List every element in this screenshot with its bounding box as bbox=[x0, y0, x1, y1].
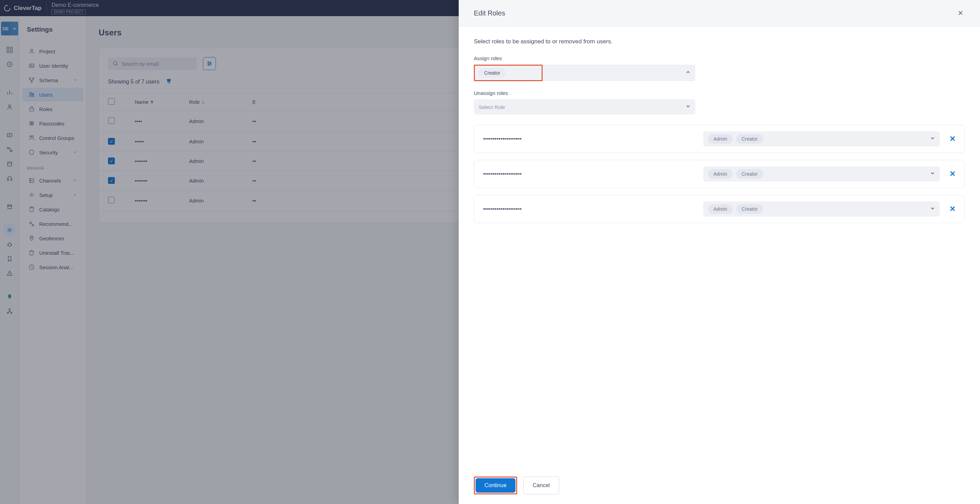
user-roles-select[interactable]: AdminCreator bbox=[703, 202, 940, 216]
unassign-roles-field[interactable]: Select Role bbox=[474, 99, 965, 114]
role-pill: Admin bbox=[708, 134, 733, 144]
role-pill: Creator bbox=[736, 169, 764, 179]
user-email: •••••••••••••••••••• bbox=[483, 136, 703, 142]
chevron-down-icon bbox=[930, 206, 935, 212]
user-email: •••••••••••••••••••• bbox=[483, 171, 703, 177]
chevron-down-icon bbox=[930, 171, 935, 177]
close-icon[interactable]: ✕ bbox=[956, 8, 965, 19]
drawer-lead: Select roles to be assigned to or remove… bbox=[474, 38, 965, 45]
cancel-button[interactable]: Cancel bbox=[523, 477, 559, 494]
role-pill: Creator bbox=[736, 134, 764, 144]
assign-pill: Creator bbox=[479, 68, 506, 78]
remove-user-icon[interactable]: ✕ bbox=[950, 205, 956, 213]
assign-label: Assign roles bbox=[474, 56, 965, 61]
edit-roles-drawer: Edit Roles ✕ Select roles to be assigned… bbox=[459, 0, 980, 504]
unassign-placeholder: Select Role bbox=[479, 104, 505, 110]
user-card: ••••••••••••••••••••AdminCreator✕ bbox=[474, 125, 965, 153]
chevron-down-icon bbox=[930, 136, 935, 142]
role-pill: Creator bbox=[736, 204, 764, 214]
unassign-label: Unassign roles bbox=[474, 90, 965, 96]
user-card: ••••••••••••••••••••AdminCreator✕ bbox=[474, 195, 965, 223]
user-roles-select[interactable]: AdminCreator bbox=[703, 131, 940, 146]
role-pill: Admin bbox=[708, 204, 733, 214]
remove-user-icon[interactable]: ✕ bbox=[950, 134, 956, 143]
user-roles-select[interactable]: AdminCreator bbox=[703, 166, 940, 181]
user-card: ••••••••••••••••••••AdminCreator✕ bbox=[474, 160, 965, 188]
assign-roles-field[interactable]: Creator bbox=[474, 65, 965, 81]
chevron-up-icon bbox=[686, 70, 690, 76]
continue-button[interactable]: Continue bbox=[476, 478, 515, 493]
role-pill: Admin bbox=[708, 169, 733, 179]
user-email: •••••••••••••••••••• bbox=[483, 206, 703, 212]
remove-user-icon[interactable]: ✕ bbox=[950, 170, 956, 178]
drawer-title: Edit Roles bbox=[474, 9, 505, 17]
chevron-down-icon bbox=[686, 104, 690, 110]
continue-highlight: Continue bbox=[474, 477, 517, 494]
